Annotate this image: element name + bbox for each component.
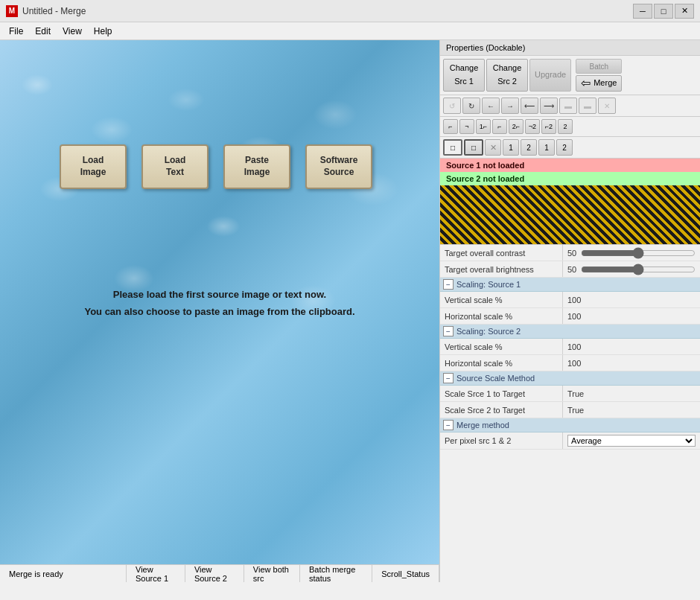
props-toolbar2: ↺ ↻ ← → ⟵ ⟶ ▬ ▬ ✕ — [440, 95, 700, 117]
brightness-value: 50 — [567, 265, 576, 274]
section-scale-method-label: Source Scale Method — [456, 374, 535, 383]
titlebar-left: M Untitled - Merge — [6, 5, 86, 17]
change-src1-button[interactable]: Change Src 1 — [443, 59, 485, 92]
tool-right[interactable]: → — [501, 98, 519, 114]
batch-button[interactable]: Batch — [576, 59, 622, 74]
merge-method-select[interactable]: Average Minimum Maximum — [567, 435, 696, 447]
change-src1-sublabel: Src 1 — [454, 75, 474, 89]
src2-vert-scale-label: Vertical scale % — [440, 339, 563, 354]
tool-1b[interactable]: 1 — [538, 139, 555, 156]
tool-back[interactable]: ⟵ — [521, 98, 538, 114]
contrast-slider[interactable] — [581, 249, 696, 258]
tool-2[interactable]: 2 — [521, 139, 537, 156]
tool-redo[interactable]: ↻ — [462, 98, 480, 114]
tool-1[interactable]: 1 — [503, 139, 519, 156]
tool-rect1[interactable]: ▬ — [559, 98, 577, 114]
src1-vert-scale-label: Vertical scale % — [440, 292, 563, 307]
main-area: LoadImage LoadText PasteImage SoftwareSo… — [0, 40, 700, 582]
software-source-button[interactable]: SoftwareSource — [305, 144, 372, 189]
section-scale-method: − Source Scale Method — [440, 371, 700, 386]
properties-header: Properties (Dockable) — [440, 40, 700, 56]
tool-square1[interactable]: □ — [443, 139, 462, 156]
merge-button[interactable]: ⇦ Merge — [576, 75, 622, 92]
source2-status: Source 2 not loaded — [440, 172, 700, 185]
collapse-scaling-src1[interactable]: − — [443, 279, 454, 290]
close-button[interactable]: ✕ — [675, 4, 694, 19]
contrast-value: 50 — [567, 249, 576, 258]
view-source2-status[interactable]: View Source 2 — [185, 565, 244, 582]
tool-square2[interactable]: □ — [464, 139, 483, 156]
instruction-text: Please load the first source image or te… — [0, 286, 439, 321]
props-toolbar4: □ □ ✕ 1 2 1 2 — [440, 137, 700, 159]
tool-undo[interactable]: ↺ — [443, 98, 461, 114]
menu-edit[interactable]: Edit — [29, 25, 57, 38]
scale-src2-to-target-label: Scale Srce 2 to Target — [440, 402, 563, 418]
src1-horiz-scale-label: Horizontal scale % — [440, 308, 563, 324]
section-scaling-src2-label: Scaling: Source 2 — [456, 327, 521, 336]
menu-help[interactable]: Help — [88, 25, 118, 38]
src1-vert-scale-row: Vertical scale % 100 — [440, 292, 700, 308]
per-pixel-src-row: Per pixel src 1 & 2 Average Minimum Maxi… — [440, 433, 700, 450]
change-src2-button[interactable]: Change Src 2 — [486, 59, 528, 92]
minimize-button[interactable]: ─ — [633, 4, 652, 19]
collapse-scaling-src2[interactable]: − — [443, 326, 454, 336]
merge-label: Merge — [594, 77, 617, 90]
props-grid: − Scaling: Source 1 Vertical scale % 100… — [440, 278, 700, 582]
tool-cross[interactable]: ✕ — [485, 139, 501, 156]
status-message: Merge is ready — [0, 565, 127, 582]
tool-num2c[interactable]: ⌐2 — [541, 119, 556, 134]
tool-angle3[interactable]: ⌐ — [492, 119, 507, 134]
scale-src2-to-target-value: True — [563, 402, 700, 418]
tool-x[interactable]: ✕ — [598, 98, 616, 114]
change-src2-sublabel: Src 2 — [497, 75, 517, 89]
view-both-src-status[interactable]: View both src — [244, 565, 300, 582]
tool-num2a[interactable]: 2⌐ — [509, 119, 524, 134]
tool-angle1[interactable]: ⌐ — [443, 119, 458, 134]
brightness-label: Target overall brightness — [440, 261, 563, 277]
tool-forward[interactable]: ⟶ — [540, 98, 558, 114]
src1-horiz-scale-value: 100 — [563, 308, 700, 324]
brightness-slider[interactable] — [581, 265, 696, 274]
scale-src1-to-target-row: Scale Srce 1 to Target True — [440, 386, 700, 402]
collapse-scale-method[interactable]: − — [443, 373, 454, 383]
tool-2b[interactable]: 2 — [556, 139, 573, 156]
upgrade-button[interactable]: Upgrade — [529, 59, 571, 92]
props-toolbar1: Change Src 1 Change Src 2 Upgrade Batch … — [440, 56, 700, 95]
section-scaling-src1: − Scaling: Source 1 — [440, 278, 700, 292]
section-merge-method-label: Merge method — [456, 421, 509, 430]
change-src1-label: Change — [450, 62, 479, 75]
tool-num2b[interactable]: ¬2 — [525, 119, 540, 134]
statusbar: Merge is ready View Source 1 View Source… — [0, 564, 439, 582]
contrast-value-container: 50 — [563, 245, 700, 261]
scale-src2-to-target-row: Scale Srce 2 to Target True — [440, 402, 700, 418]
tool-angle2[interactable]: ¬ — [459, 119, 474, 134]
collapse-merge-method[interactable]: − — [443, 420, 454, 430]
menubar: File Edit View Help — [0, 22, 700, 40]
contrast-row: Target overall contrast 50 — [440, 245, 700, 261]
src1-vert-scale-value: 100 — [563, 292, 700, 307]
merge-icon: ⇦ — [581, 74, 591, 93]
tool-left[interactable]: ← — [482, 98, 500, 114]
canvas-area: LoadImage LoadText PasteImage SoftwareSo… — [0, 40, 439, 582]
app-icon: M — [6, 5, 18, 17]
window-title: Untitled - Merge — [22, 6, 86, 16]
load-text-button[interactable]: LoadText — [141, 144, 209, 189]
src2-horiz-scale-label: Horizontal scale % — [440, 355, 563, 371]
src2-horiz-scale-row: Horizontal scale % 100 — [440, 355, 700, 371]
menu-file[interactable]: File — [3, 25, 29, 38]
preview-area — [440, 185, 700, 245]
view-source1-status[interactable]: View Source 1 — [127, 565, 185, 582]
maximize-button[interactable]: □ — [654, 4, 673, 19]
tool-num2d[interactable]: 2 — [558, 119, 573, 134]
contrast-label: Target overall contrast — [440, 245, 563, 261]
window-controls: ─ □ ✕ — [633, 4, 694, 19]
section-scaling-src2: − Scaling: Source 2 — [440, 325, 700, 339]
tool-rect2[interactable]: ▬ — [579, 98, 596, 114]
per-pixel-src-value[interactable]: Average Minimum Maximum — [563, 433, 700, 449]
load-image-button[interactable]: LoadImage — [60, 144, 127, 189]
scale-src1-to-target-value: True — [563, 386, 700, 401]
tool-num1a[interactable]: 1⌐ — [476, 119, 491, 134]
paste-image-button[interactable]: PasteImage — [223, 144, 290, 189]
menu-view[interactable]: View — [57, 25, 88, 38]
action-buttons: LoadImage LoadText PasteImage SoftwareSo… — [60, 144, 372, 189]
